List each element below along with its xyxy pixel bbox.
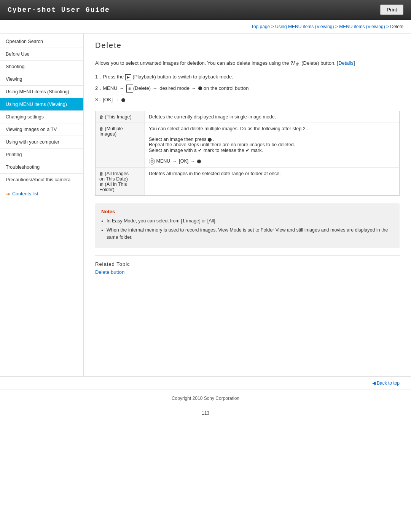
- main-layout: Operation Search Before Use Shooting Vie…: [0, 34, 411, 376]
- page-title: Delete: [95, 41, 400, 53]
- sidebar-item-precautions[interactable]: Precautions/About this camera: [0, 174, 83, 186]
- content-area: Delete Allows you to select unwanted ima…: [84, 34, 411, 376]
- playback-icon: ▶: [125, 74, 131, 80]
- table-cell-label-1: 🗑 (This Image): [96, 111, 145, 123]
- notes-item-1: In Easy Mode, you can select from [1 ima…: [101, 217, 393, 225]
- app-title: Cyber-shot User Guide: [8, 6, 110, 14]
- table-row: 🗑 (All Imageson This Date) 🗑 (All in Thi…: [96, 168, 400, 196]
- table-cell-label-2: 🗑 (MultipleImages): [96, 123, 145, 168]
- arrow-right-icon: ➜: [6, 191, 10, 197]
- multiple-images-icon: 🗑: [99, 126, 104, 131]
- copyright-text: Copyright 2010 Sony Corporation: [172, 396, 239, 401]
- contents-list-label: Contents list: [12, 191, 38, 197]
- circle-bullet-1: [208, 138, 212, 142]
- sidebar-item-changing-settings[interactable]: Changing settings: [0, 111, 83, 123]
- page-header: Cyber-shot User Guide Print: [0, 0, 411, 20]
- details-link[interactable]: Details: [338, 60, 354, 66]
- breadcrumb-current: Delete: [390, 24, 403, 29]
- step-1: 1．Press the ▶ (Playback) button to switc…: [95, 73, 400, 81]
- circle-button-icon-2: [121, 98, 125, 102]
- sidebar-item-before-use[interactable]: Before Use: [0, 48, 83, 61]
- intro-paragraph: Allows you to select unwanted images for…: [95, 59, 400, 67]
- breadcrumb: Top page > Using MENU items (Viewing) > …: [0, 20, 411, 34]
- this-image-icon: 🗑: [99, 115, 104, 119]
- page-number: 113: [0, 407, 411, 420]
- footer: Copyright 2010 Sony Corporation: [0, 390, 411, 407]
- breadcrumb-menu-items[interactable]: MENU items (Viewing): [339, 24, 385, 29]
- circled-2-icon: ②: [149, 158, 155, 165]
- table-cell-desc-1: Deletes the currently displayed image in…: [145, 111, 400, 123]
- back-to-top-icon: ◀: [372, 380, 376, 386]
- notes-title: Notes: [101, 209, 393, 214]
- notes-item-2: When the internal memory is used to reco…: [101, 227, 393, 241]
- related-topic-title: Related Topic: [95, 261, 400, 267]
- table-row: 🗑 (This Image) Deletes the currently dis…: [96, 111, 400, 123]
- notes-list: In Easy Mode, you can select from [1 ima…: [101, 217, 393, 241]
- contents-list-link[interactable]: ➜ Contents list: [0, 186, 83, 201]
- sidebar-item-viewing-tv[interactable]: Viewing images on a TV: [0, 123, 83, 136]
- breadcrumb-using-menu[interactable]: Using MENU items (Viewing): [275, 24, 334, 29]
- back-to-top-link[interactable]: Back to top: [377, 380, 400, 386]
- sidebar: Operation Search Before Use Shooting Vie…: [0, 34, 84, 376]
- step-2: 2．MENU → 🗑(Delete) → desired mode → on t…: [95, 84, 400, 93]
- related-topic-section: Related Topic Delete button: [95, 256, 400, 275]
- sidebar-item-shooting[interactable]: Shooting: [0, 61, 83, 73]
- sidebar-item-printing[interactable]: Printing: [0, 149, 83, 161]
- sidebar-item-using-computer[interactable]: Using with your computer: [0, 136, 83, 149]
- delete-icon-step2: 🗑: [126, 85, 133, 93]
- table-cell-desc-2: You can select and delete multiple image…: [145, 123, 400, 168]
- sidebar-item-operation-search[interactable]: Operation Search: [0, 35, 83, 48]
- sidebar-item-using-menu-shooting[interactable]: Using MENU items (Shooting): [0, 86, 83, 98]
- delete-options-table: 🗑 (This Image) Deletes the currently dis…: [95, 111, 400, 196]
- sidebar-item-viewing[interactable]: Viewing: [0, 73, 83, 86]
- notes-box: Notes In Easy Mode, you can select from …: [95, 203, 400, 248]
- print-button[interactable]: Print: [380, 5, 403, 15]
- back-to-top-row: ◀ Back to top: [0, 376, 411, 390]
- delete-icon: 🗑: [295, 61, 300, 66]
- sidebar-item-troubleshooting[interactable]: Troubleshooting: [0, 161, 83, 174]
- steps-list: 1．Press the ▶ (Playback) button to switc…: [95, 73, 400, 104]
- table-cell-label-3: 🗑 (All Imageson This Date) 🗑 (All in Thi…: [96, 168, 145, 196]
- checkmark-icon-1: ✔: [198, 147, 202, 153]
- all-images-folder-icon: 🗑: [99, 182, 104, 187]
- checkmark-icon-2: ✔: [245, 147, 250, 153]
- table-cell-desc-3: Deletes all images in the selected date …: [145, 168, 400, 196]
- circle-button-icon: [198, 86, 202, 90]
- all-images-date-icon: 🗑: [99, 171, 104, 176]
- delete-button-link[interactable]: Delete button: [95, 269, 124, 275]
- step-3: 3．[OK] →: [95, 96, 400, 104]
- circle-bullet-2: [197, 160, 201, 163]
- breadcrumb-top[interactable]: Top page: [251, 24, 270, 29]
- table-row: 🗑 (MultipleImages) You can select and de…: [96, 123, 400, 168]
- sidebar-item-using-menu-viewing[interactable]: Using MENU items (Viewing): [0, 98, 83, 111]
